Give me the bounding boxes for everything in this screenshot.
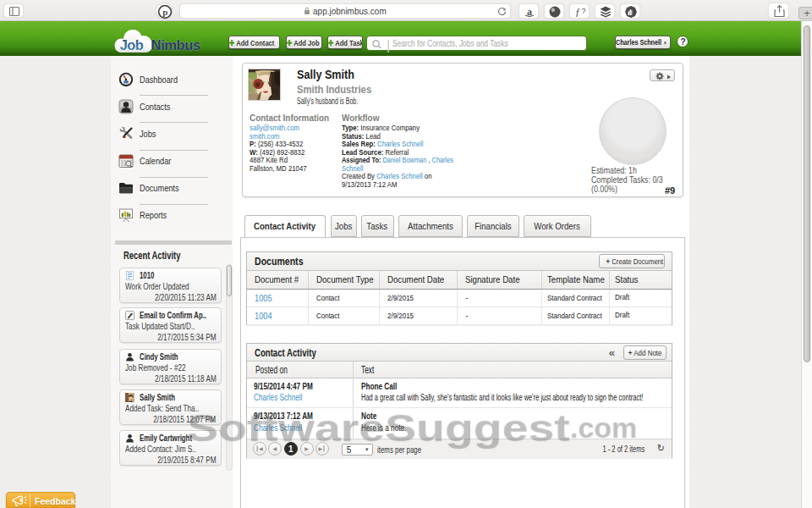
svg-text:p: p xyxy=(162,7,167,17)
svg-text:a: a xyxy=(527,6,532,18)
svg-text:?: ? xyxy=(581,7,585,15)
svg-text:Nimbus: Nimbus xyxy=(151,37,200,53)
svg-text:ƒ: ƒ xyxy=(575,6,580,18)
svg-text:Job: Job xyxy=(120,37,144,53)
